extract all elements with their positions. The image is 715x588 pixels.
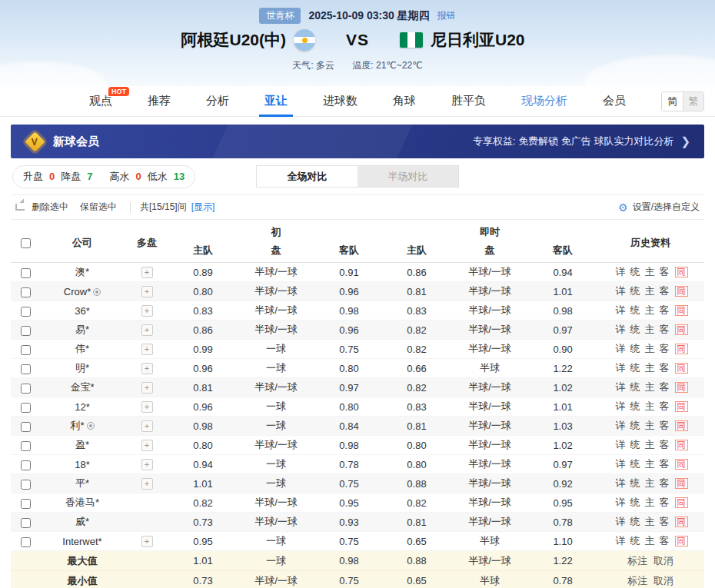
history-away-link[interactable]: 客: [660, 420, 670, 431]
history-stats-link[interactable]: 统: [630, 324, 640, 335]
row-checkbox[interactable]: [21, 268, 31, 278]
history-same-link[interactable]: 同: [675, 517, 688, 527]
select-all-checkbox[interactable]: [21, 238, 31, 248]
nav-tab-0[interactable]: 观点HOT: [89, 86, 112, 116]
lang-simplified-button[interactable]: 简: [662, 92, 683, 111]
history-home-link[interactable]: 主: [645, 477, 655, 489]
full-match-tab[interactable]: 全场对比: [257, 166, 358, 187]
history-stats-link[interactable]: 统: [630, 420, 640, 431]
nav-tab-8[interactable]: 会员: [603, 86, 626, 116]
history-home-link[interactable]: 主: [645, 439, 655, 450]
history-away-link[interactable]: 客: [660, 477, 670, 489]
history-same-link[interactable]: 同: [675, 536, 688, 546]
history-same-link[interactable]: 同: [675, 420, 688, 431]
lang-traditional-button[interactable]: 繁: [683, 92, 703, 111]
report-error-link[interactable]: 报错: [437, 9, 456, 22]
history-away-link[interactable]: 客: [660, 497, 670, 508]
history-home-link[interactable]: 主: [645, 400, 655, 412]
multi-odds-button[interactable]: +: [141, 286, 153, 297]
history-stats-link[interactable]: 统: [630, 535, 640, 546]
history-detail-link[interactable]: 详: [616, 266, 626, 277]
nav-tab-3[interactable]: 亚让: [264, 86, 288, 116]
show-link[interactable]: [显示]: [191, 201, 215, 214]
history-stats-link[interactable]: 统: [630, 458, 640, 470]
history-away-link[interactable]: 客: [660, 400, 670, 412]
row-checkbox[interactable]: [21, 480, 31, 490]
history-home-link[interactable]: 主: [645, 458, 655, 470]
row-checkbox[interactable]: [21, 537, 31, 547]
history-detail-link[interactable]: 详: [616, 439, 626, 450]
history-away-link[interactable]: 客: [660, 285, 670, 297]
row-checkbox[interactable]: [21, 307, 31, 317]
row-checkbox[interactable]: [21, 499, 31, 509]
history-away-link[interactable]: 客: [660, 324, 670, 335]
history-same-link[interactable]: 同: [675, 497, 688, 508]
history-detail-link[interactable]: 详: [616, 381, 626, 393]
delete-selected-button[interactable]: 删除选中: [32, 201, 68, 214]
history-same-link[interactable]: 同: [675, 324, 688, 335]
history-detail-link[interactable]: 详: [616, 535, 626, 546]
row-checkbox[interactable]: [21, 364, 31, 374]
history-detail-link[interactable]: 详: [616, 304, 626, 316]
history-detail-link[interactable]: 详: [616, 516, 626, 527]
history-detail-link[interactable]: 详: [616, 343, 626, 354]
history-detail-link[interactable]: 详: [616, 362, 626, 374]
multi-odds-button[interactable]: +: [141, 536, 153, 547]
history-same-link[interactable]: 同: [675, 459, 688, 470]
multi-odds-button[interactable]: +: [141, 478, 153, 490]
row-checkbox[interactable]: [21, 422, 31, 432]
history-home-link[interactable]: 主: [645, 381, 655, 393]
multi-odds-button[interactable]: +: [141, 401, 153, 413]
history-home-link[interactable]: 主: [645, 420, 655, 431]
history-home-link[interactable]: 主: [645, 362, 655, 374]
history-same-link[interactable]: 同: [675, 382, 688, 393]
multi-odds-button[interactable]: +: [141, 420, 153, 432]
history-away-link[interactable]: 客: [660, 343, 670, 354]
nav-tab-2[interactable]: 分析: [206, 86, 229, 116]
row-checkbox[interactable]: [21, 403, 31, 413]
row-checkbox[interactable]: [21, 326, 31, 336]
nav-tab-1[interactable]: 推荐: [148, 86, 171, 116]
history-stats-link[interactable]: 统: [630, 362, 640, 374]
history-away-link[interactable]: 客: [660, 381, 670, 393]
history-home-link[interactable]: 主: [645, 535, 655, 546]
nav-tab-4[interactable]: 进球数: [323, 86, 358, 116]
history-home-link[interactable]: 主: [645, 285, 655, 297]
row-checkbox[interactable]: [21, 460, 31, 470]
history-home-link[interactable]: 主: [645, 497, 655, 508]
history-home-link[interactable]: 主: [645, 343, 655, 354]
multi-odds-button[interactable]: +: [141, 324, 153, 336]
history-detail-link[interactable]: 详: [616, 285, 626, 297]
history-stats-link[interactable]: 统: [630, 285, 640, 297]
history-detail-link[interactable]: 详: [616, 324, 626, 335]
history-stats-link[interactable]: 统: [630, 266, 640, 277]
history-same-link[interactable]: 同: [675, 478, 688, 489]
history-same-link[interactable]: 同: [675, 401, 688, 412]
history-stats-link[interactable]: 统: [630, 400, 640, 412]
row-checkbox[interactable]: [21, 441, 31, 451]
history-stats-link[interactable]: 统: [630, 497, 640, 508]
multi-odds-button[interactable]: +: [141, 363, 153, 374]
history-away-link[interactable]: 客: [660, 535, 670, 546]
multi-odds-button[interactable]: +: [141, 382, 153, 394]
history-stats-link[interactable]: 统: [630, 516, 640, 527]
history-detail-link[interactable]: 详: [616, 400, 626, 412]
history-home-link[interactable]: 主: [645, 266, 655, 277]
annotate-link[interactable]: 标注: [627, 555, 647, 566]
half-match-tab[interactable]: 半场对比: [358, 166, 458, 187]
row-checkbox[interactable]: [21, 384, 31, 394]
history-away-link[interactable]: 客: [660, 304, 670, 316]
multi-odds-button[interactable]: +: [141, 459, 153, 470]
history-stats-link[interactable]: 统: [630, 381, 640, 393]
vip-member-banner[interactable]: V 新球会员 专享权益: 免费解锁 免广告 球队实力对比分析 ❯: [11, 125, 704, 158]
keep-selected-button[interactable]: 保留选中: [80, 201, 117, 214]
row-checkbox[interactable]: [21, 518, 31, 528]
history-away-link[interactable]: 客: [660, 266, 670, 277]
history-home-link[interactable]: 主: [645, 516, 655, 527]
history-away-link[interactable]: 客: [660, 362, 670, 374]
history-away-link[interactable]: 客: [660, 439, 670, 450]
nav-tab-6[interactable]: 胜平负: [451, 86, 486, 116]
history-detail-link[interactable]: 详: [616, 497, 626, 508]
history-same-link[interactable]: 同: [675, 286, 688, 297]
nav-tab-5[interactable]: 角球: [393, 86, 416, 116]
